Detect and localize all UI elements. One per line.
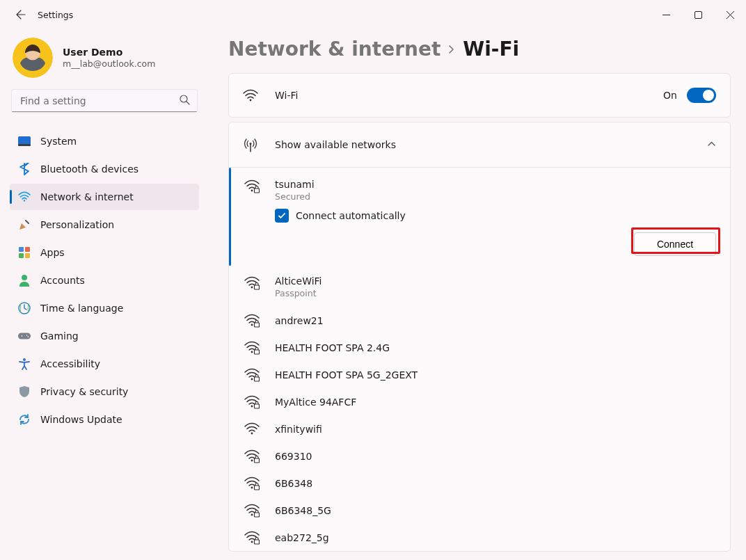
sidebar-item-privacy[interactable]: Privacy & security (10, 378, 199, 405)
wifi-secured-icon (244, 395, 261, 409)
network-item[interactable]: andrew21 (229, 307, 730, 334)
svg-point-14 (22, 335, 23, 337)
svg-rect-31 (255, 404, 260, 408)
sidebar-item-accounts[interactable]: Accounts (10, 267, 199, 294)
svg-rect-13 (18, 333, 31, 339)
connect-auto-checkbox[interactable] (275, 209, 289, 223)
available-networks-label: Show available networks (275, 139, 707, 150)
nav-list: SystemBluetooth & devicesNetwork & inter… (10, 128, 199, 433)
sidebar-item-label: System (40, 136, 77, 147)
network-name: HEALTH FOOT SPA 5G_2GEXT (275, 369, 418, 381)
breadcrumb-current: Wi-Fi (463, 38, 519, 61)
wifi-secured-icon (244, 477, 261, 490)
sidebar-item-label: Network & internet (40, 191, 134, 202)
sidebar-item-system[interactable]: System (10, 128, 199, 154)
sidebar-item-label: Privacy & security (40, 386, 128, 397)
network-item[interactable]: HEALTH FOOT SPA 5G_2GEXT (229, 361, 730, 388)
antenna-icon (243, 137, 260, 152)
wifi-secured-icon (244, 341, 261, 355)
minimize-button[interactable] (650, 0, 682, 29)
svg-rect-21 (255, 189, 260, 193)
minimize-icon (662, 11, 670, 19)
wifi-secured-icon (244, 368, 261, 382)
sidebar-item-label: Gaming (40, 330, 79, 342)
wifi-state: On (663, 90, 677, 101)
connect-auto-label: Connect automatically (296, 210, 406, 221)
network-icon (18, 191, 31, 203)
network-item[interactable]: 669310 (229, 442, 730, 470)
personalization-icon (18, 218, 31, 231)
maximize-icon (695, 11, 702, 19)
network-name: AlticeWiFi (275, 275, 322, 287)
svg-rect-29 (255, 377, 260, 381)
svg-point-20 (251, 190, 253, 192)
svg-point-22 (251, 287, 253, 289)
wifi-secured-icon (244, 449, 261, 463)
sidebar-item-time[interactable]: Time & language (10, 295, 199, 321)
svg-point-35 (251, 487, 253, 489)
svg-point-28 (251, 378, 253, 381)
svg-point-33 (251, 460, 253, 462)
wifi-open-icon (244, 422, 261, 436)
svg-rect-0 (695, 11, 701, 18)
back-button[interactable] (10, 3, 32, 26)
connect-button[interactable]: Connect (634, 232, 716, 256)
search-input[interactable] (19, 95, 180, 107)
network-item[interactable]: AlticeWiFiPasspoint (229, 266, 730, 307)
svg-rect-23 (255, 285, 260, 289)
sidebar-item-personalization[interactable]: Personalization (10, 211, 199, 238)
sidebar-item-apps[interactable]: Apps (10, 239, 199, 266)
network-name: xfinitywifi (275, 424, 322, 435)
breadcrumb: Network & internet Wi-Fi (228, 38, 731, 61)
maximize-button[interactable] (682, 0, 714, 29)
update-icon (18, 413, 31, 426)
titlebar: Settings (0, 0, 746, 29)
sidebar-item-network[interactable]: Network & internet (10, 184, 199, 210)
sidebar-item-label: Time & language (40, 303, 123, 314)
selected-network[interactable]: tsunami Secured Connect automatically Co… (229, 168, 730, 266)
svg-point-3 (180, 95, 187, 102)
profile-block[interactable]: User Demo m__lab@outlook.com (13, 38, 196, 78)
sidebar-item-gaming[interactable]: Gaming (10, 323, 199, 349)
accounts-icon (18, 274, 31, 287)
svg-rect-38 (255, 513, 260, 517)
arrow-left-icon (15, 9, 26, 20)
svg-rect-34 (255, 458, 260, 463)
wifi-secured-icon (244, 531, 261, 545)
svg-point-6 (24, 200, 26, 202)
sidebar-item-accessibility[interactable]: Accessibility (10, 351, 199, 377)
window-title: Settings (38, 10, 73, 20)
breadcrumb-parent[interactable]: Network & internet (228, 38, 441, 61)
network-item[interactable]: 6B6348 (229, 470, 730, 497)
svg-point-24 (251, 324, 253, 326)
network-name: eab272_5g (275, 532, 329, 543)
network-item[interactable]: MyAltice 94AFCF (229, 388, 730, 415)
network-item[interactable]: 6B6348_5G (229, 497, 730, 524)
svg-point-37 (251, 514, 253, 516)
network-item[interactable]: xfinitywifi (229, 415, 730, 442)
svg-point-39 (251, 541, 253, 543)
main-panel: Network & internet Wi-Fi Wi-Fi On Show a… (209, 29, 746, 560)
svg-point-11 (22, 275, 27, 280)
available-networks-header[interactable]: Show available networks (229, 122, 730, 167)
search-box[interactable] (11, 89, 198, 113)
user-name: User Demo (63, 47, 155, 58)
svg-point-18 (250, 99, 252, 102)
svg-point-26 (251, 351, 253, 353)
wifi-secured-icon (244, 276, 261, 290)
available-networks-card: Show available networks tsunami Secured (228, 122, 731, 552)
avatar (13, 38, 53, 78)
svg-rect-27 (255, 350, 260, 354)
chevron-right-icon (447, 42, 456, 56)
network-item[interactable]: HEALTH FOOT SPA 2.4G (229, 334, 730, 361)
privacy-icon (18, 385, 31, 398)
network-item[interactable]: eab272_5g (229, 524, 730, 551)
apps-icon (18, 246, 31, 259)
close-button[interactable] (714, 0, 746, 29)
svg-point-16 (28, 336, 29, 337)
user-email: m__lab@outlook.com (63, 58, 155, 69)
sidebar-item-bluetooth[interactable]: Bluetooth & devices (10, 156, 199, 182)
sidebar-item-update[interactable]: Windows Update (10, 406, 199, 433)
wifi-toggle-row[interactable]: Wi-Fi On (228, 73, 731, 118)
wifi-switch[interactable] (687, 88, 716, 103)
